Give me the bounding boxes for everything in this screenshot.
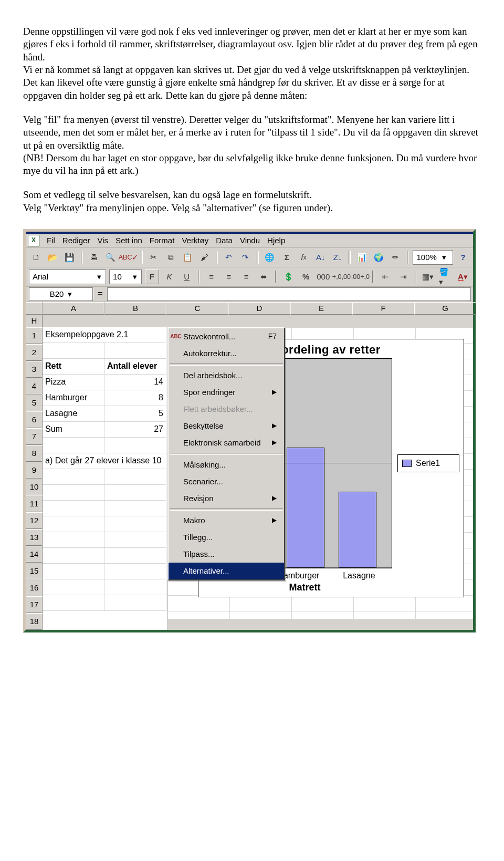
cell-b4[interactable]: 14 [104, 375, 166, 390]
menu-revisjon[interactable]: Revisjon▶ [169, 490, 284, 507]
borders-icon[interactable]: ▦▾ [421, 269, 435, 284]
merge-center-icon[interactable]: ⬌ [257, 269, 271, 284]
cell-a2[interactable] [43, 343, 104, 359]
increase-decimal-icon[interactable]: +,0,00 [333, 269, 349, 284]
open-file-icon[interactable]: 📂 [46, 250, 59, 265]
cell-b16[interactable] [104, 564, 166, 579]
copy-icon[interactable]: ⧉ [164, 250, 177, 265]
autosum-icon[interactable]: Σ [280, 250, 293, 265]
chart-wizard-icon[interactable]: 📊 [355, 250, 369, 265]
cell-a16[interactable] [43, 564, 104, 579]
select-all-cell[interactable] [26, 302, 43, 315]
row-header[interactable]: 14 [26, 546, 43, 563]
row-header[interactable]: 1 [26, 327, 43, 344]
cell-b8[interactable] [104, 438, 166, 453]
font-size-select[interactable]: 10▾ [109, 269, 142, 284]
menu-malsoking[interactable]: Målsøking... [169, 457, 284, 473]
font-color-icon[interactable]: A▾ [456, 269, 470, 284]
col-header[interactable]: G [414, 302, 476, 315]
cell-a5[interactable]: Hamburger [43, 390, 104, 406]
cell-b5[interactable]: 8 [104, 390, 166, 406]
increase-indent-icon[interactable]: ⇥ [396, 269, 410, 284]
decrease-indent-icon[interactable]: ⇤ [379, 269, 393, 284]
row-header[interactable]: 3 [26, 361, 43, 378]
col-header[interactable]: B [104, 302, 166, 315]
sort-asc-icon[interactable]: A↓ [314, 250, 328, 265]
map-icon[interactable]: 🌍 [372, 250, 385, 265]
format-painter-icon[interactable]: 🖌 [198, 250, 212, 265]
comma-icon[interactable]: 000 [316, 269, 330, 284]
col-header[interactable]: H [26, 315, 43, 327]
menu-data[interactable]: Data [216, 235, 233, 245]
cell-b6[interactable]: 5 [104, 406, 166, 422]
cell-b10[interactable] [104, 469, 166, 485]
menu-settinn[interactable]: Sett inn [116, 235, 142, 245]
cell-a10[interactable] [43, 469, 104, 485]
cell-a11[interactable] [43, 485, 104, 501]
cell-b15[interactable] [104, 548, 166, 564]
row-header[interactable]: 7 [26, 428, 43, 445]
col-header[interactable]: F [352, 302, 414, 315]
sort-desc-icon[interactable]: Z↓ [331, 250, 344, 265]
formula-bar[interactable] [107, 287, 471, 301]
print-preview-icon[interactable]: 🔍 [104, 250, 118, 265]
undo-icon[interactable]: ↶ [222, 250, 236, 265]
cell-a18[interactable] [43, 595, 104, 611]
cell-a4[interactable]: Pizza [43, 375, 104, 390]
menu-format[interactable]: Format [150, 235, 175, 245]
currency-icon[interactable]: 💲 [281, 269, 296, 284]
row-header[interactable]: 10 [26, 479, 43, 495]
menu-vis[interactable]: Vis [97, 235, 108, 245]
formula-equals-icon[interactable]: = [93, 289, 107, 299]
row-header[interactable]: 8 [26, 445, 43, 462]
menu-rediger[interactable]: Rediger [62, 235, 90, 245]
cell-a7[interactable]: Sum [43, 422, 104, 438]
function-icon[interactable]: fx [297, 250, 310, 265]
drawing-icon[interactable]: ✏ [388, 250, 402, 265]
cell-a14[interactable] [43, 532, 104, 548]
save-icon[interactable]: 💾 [63, 250, 77, 265]
row-header[interactable]: 11 [26, 495, 43, 512]
underline-icon[interactable]: U [180, 269, 194, 284]
cell-a17[interactable] [43, 579, 104, 595]
cell-b7[interactable]: 27 [104, 422, 166, 438]
menu-verktoy[interactable]: Verktøy [182, 235, 208, 245]
cell-columns-right[interactable]: ABC Stavekontroll... F7 Autokorrektur...… [167, 327, 473, 619]
cell-b17[interactable] [104, 579, 166, 595]
menu-stavekontroll[interactable]: ABC Stavekontroll... F7 [169, 328, 284, 345]
row-header[interactable]: 18 [26, 613, 43, 630]
cell-b18[interactable] [104, 595, 166, 611]
menu-elektronisk-samarbeid[interactable]: Elektronisk samarbeid▶ [169, 434, 284, 451]
align-left-icon[interactable]: ≡ [204, 269, 218, 284]
row-header[interactable]: 16 [26, 579, 43, 596]
align-right-icon[interactable]: ≡ [239, 269, 254, 284]
menu-tilpass[interactable]: Tilpass... [169, 546, 284, 563]
paste-icon[interactable]: 📋 [181, 250, 194, 265]
cell-b13[interactable] [104, 516, 166, 532]
menu-scenarier[interactable]: Scenarier... [169, 473, 284, 490]
font-select[interactable]: Arial▾ [29, 269, 106, 284]
col-header[interactable]: D [228, 302, 290, 315]
cell-a12[interactable] [43, 501, 104, 516]
cell-a13[interactable] [43, 516, 104, 532]
new-file-icon[interactable]: 🗋 [29, 250, 43, 265]
zoom-select[interactable]: 100%▾ [413, 250, 453, 265]
cell-b12[interactable] [104, 501, 166, 516]
menu-spor-endringer[interactable]: Spor endringer▶ [169, 384, 284, 401]
col-header[interactable]: C [166, 302, 228, 315]
italic-icon[interactable]: K [162, 269, 176, 284]
name-box[interactable]: B20▾ [29, 287, 93, 301]
row-header[interactable]: 5 [26, 395, 43, 411]
row-header[interactable]: 6 [26, 411, 43, 428]
cell-b2[interactable] [104, 343, 166, 359]
cell-a6[interactable]: Lasagne [43, 406, 104, 422]
menu-tillegg[interactable]: Tillegg... [169, 529, 284, 546]
row-header[interactable]: 12 [26, 512, 43, 529]
cell-a15[interactable] [43, 548, 104, 564]
cell-a3[interactable]: Rett [43, 359, 104, 375]
fill-color-icon[interactable]: 🪣▾ [438, 269, 453, 284]
col-header[interactable]: A [43, 302, 104, 315]
cell-b3[interactable]: Antall elever [104, 359, 166, 375]
percent-icon[interactable]: % [299, 269, 313, 284]
row-header[interactable]: 17 [26, 596, 43, 613]
